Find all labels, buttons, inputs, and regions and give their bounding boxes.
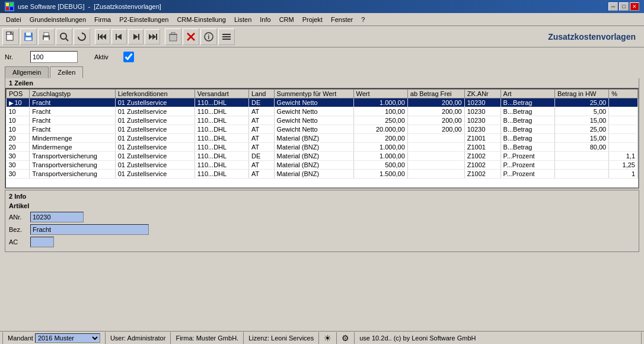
ac-label: AC <box>9 238 27 246</box>
toolbar-title: Zusatzkostenvorlagen <box>548 32 642 42</box>
ac-row: AC <box>9 237 635 247</box>
delete-button[interactable] <box>165 28 181 45</box>
svg-rect-35 <box>222 39 231 40</box>
main-content: Nr. Aktiv Allgemein Zeilen 1 Zeilen POS … <box>0 47 644 319</box>
table-row[interactable]: 20Mindermenge01 Zustellservice110...DHLA… <box>7 134 638 143</box>
menu-crm[interactable]: CRM <box>276 14 298 26</box>
menu-grundeinstellungen[interactable]: Grundeinstellungen <box>26 14 90 26</box>
toolbar-sep-2 <box>161 28 164 45</box>
status-bar: Mandant 2016 Muster User: Administrator … <box>0 331 644 344</box>
svg-rect-33 <box>222 34 231 35</box>
svg-marker-19 <box>117 34 122 40</box>
cancel-button[interactable] <box>183 28 199 45</box>
col-zk-anr: ZK.ANr <box>464 90 500 98</box>
menu-fenster[interactable]: Fenster <box>327 14 356 26</box>
col-pos: POS <box>7 90 30 98</box>
save-button[interactable] <box>20 28 37 45</box>
nav-first-button[interactable] <box>95 29 110 44</box>
svg-rect-11 <box>44 33 49 36</box>
title-bar-text: use Software [DEBUG] <box>18 3 85 10</box>
nav-next-button[interactable] <box>128 29 144 44</box>
gear-icon-item[interactable]: ⚙ <box>337 332 355 344</box>
bez-row: Bez. <box>9 224 635 235</box>
svg-rect-2 <box>6 7 9 10</box>
sun-icon: ☀ <box>324 333 331 343</box>
aktiv-label: Aktiv <box>94 53 115 60</box>
svg-marker-15 <box>82 32 83 34</box>
svg-text:i: i <box>208 34 210 40</box>
svg-marker-21 <box>133 34 138 40</box>
anr-input[interactable] <box>30 212 84 222</box>
tab-zeilen[interactable]: Zeilen <box>50 66 83 78</box>
menu-firma[interactable]: Firma <box>91 14 114 26</box>
more-button[interactable] <box>218 28 235 45</box>
toolbar-sep-1 <box>91 28 94 45</box>
artikel-title: Artikel <box>9 202 635 209</box>
menu-listen[interactable]: Listen <box>231 14 255 26</box>
close-button[interactable]: ✕ <box>630 2 639 11</box>
col-wert: Wert <box>353 90 407 98</box>
svg-rect-22 <box>138 34 139 40</box>
table-row[interactable]: 20Mindermenge01 Zustellservice110...DHLA… <box>7 143 638 152</box>
menu-bar: Datei Grundeinstellungen Firma P2-Einste… <box>0 13 644 26</box>
svg-rect-5 <box>7 32 11 34</box>
col-betrag-hw: Betrag in HW <box>554 90 608 98</box>
artikel-section: Artikel ANr. Bez. AC <box>9 202 635 247</box>
anr-label: ANr. <box>9 214 27 221</box>
table-row[interactable]: 30Transportversicherung01 Zustellservice… <box>7 161 638 170</box>
svg-rect-12 <box>44 37 49 40</box>
mandant-select[interactable]: 2016 Muster <box>35 333 100 343</box>
nav-prev-button[interactable] <box>111 29 127 44</box>
zeilen-section-header: 1 Zeilen <box>5 78 639 88</box>
zeilen-section: 1 Zeilen POS Zuschlagstyp Lieferkonditio… <box>5 78 639 189</box>
menu-crmeinstellung[interactable]: CRM-Einstellung <box>173 14 229 26</box>
svg-rect-0 <box>6 3 9 6</box>
svg-marker-23 <box>149 34 152 40</box>
title-bar-window: - <box>88 3 91 10</box>
menu-datei[interactable]: Datei <box>2 14 25 26</box>
table-row[interactable]: 30Transportversicherung01 Zustellservice… <box>7 152 638 161</box>
svg-rect-25 <box>156 34 157 40</box>
svg-line-14 <box>66 39 68 41</box>
zeilen-table-container[interactable]: POS Zuschlagstyp Lieferkonditionen Versa… <box>5 88 639 188</box>
print-button[interactable] <box>38 28 55 45</box>
table-row[interactable]: 30Transportversicherung01 Zustellservice… <box>7 170 638 179</box>
bez-input[interactable] <box>30 224 149 235</box>
bez-label: Bez. <box>9 226 27 233</box>
menu-help[interactable]: ? <box>358 14 368 26</box>
col-art: Art <box>500 90 554 98</box>
table-row[interactable]: 10Fracht01 Zustellservice110...DHLATGewi… <box>7 116 638 125</box>
firma-item: Firma: Muster GmbH. <box>171 332 244 344</box>
title-bar-window-name: [Zusatzkostenvorlagen] <box>94 3 161 10</box>
col-zuschlag: Zuschlagstyp <box>30 90 115 98</box>
search-button[interactable] <box>56 28 72 45</box>
svg-marker-24 <box>152 34 156 40</box>
ac-input[interactable] <box>30 237 54 247</box>
tab-allgemein[interactable]: Allgemein <box>5 66 49 78</box>
svg-rect-3 <box>10 7 13 10</box>
refresh-button[interactable] <box>74 28 90 45</box>
menu-projekt[interactable]: Projekt <box>299 14 326 26</box>
nr-input[interactable] <box>30 51 78 63</box>
nav-last-button[interactable] <box>145 29 160 44</box>
col-lieferkonditionen: Lieferkonditionen <box>115 90 195 98</box>
info-button[interactable]: i <box>200 28 217 45</box>
table-row[interactable]: 10Fracht01 Zustellservice110...DHLATGewi… <box>7 125 638 134</box>
col-summentyp: Summentyp für Wert <box>274 90 353 98</box>
aktiv-checkbox[interactable] <box>120 52 138 62</box>
col-land: Land <box>248 90 274 98</box>
svg-rect-8 <box>26 33 31 36</box>
table-row[interactable]: 10Fracht01 Zustellservice110...DHLATGewi… <box>7 107 638 116</box>
menu-info[interactable]: Info <box>256 14 274 26</box>
new-button[interactable] <box>2 28 19 45</box>
svg-point-13 <box>60 33 66 39</box>
svg-marker-16 <box>99 34 103 40</box>
menu-p2einstellungen[interactable]: P2-Einstellungen <box>116 14 172 26</box>
gear-icon[interactable]: ⚙ <box>342 333 349 343</box>
tab-bar: Allgemein Zeilen <box>5 66 639 78</box>
minimize-button[interactable]: ─ <box>608 2 618 11</box>
table-row[interactable]: ▶10Fracht01 Zustellservice110...DHLDEGew… <box>7 98 638 107</box>
header-row: Nr. Aktiv <box>5 51 639 63</box>
restore-button[interactable]: □ <box>619 2 629 11</box>
user-item: User: Administrator <box>106 332 171 344</box>
